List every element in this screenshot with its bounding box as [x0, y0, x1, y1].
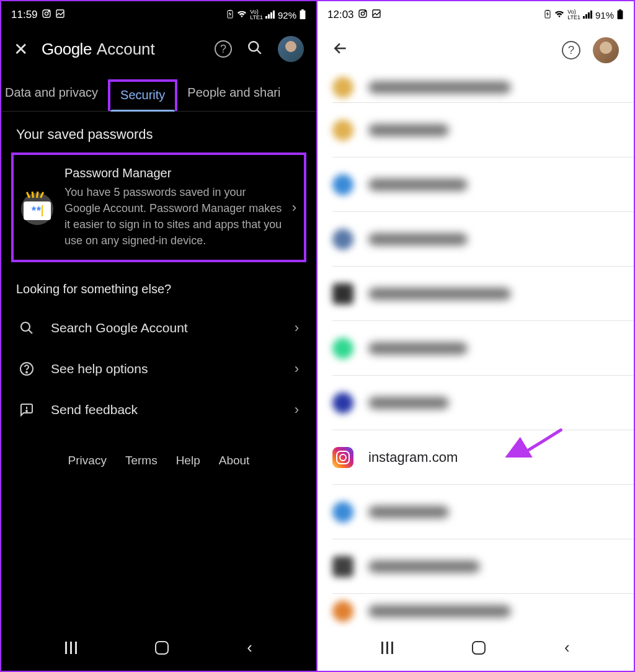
phone-left-screen: 11:59 Vo)LTE1 92% ✕	[0, 0, 318, 672]
list-item[interactable]	[332, 212, 634, 267]
status-bar: 12:03 Vo)LTE1 91%	[318, 1, 634, 29]
svg-rect-23	[373, 10, 380, 17]
site-favicon	[332, 338, 353, 359]
list-item[interactable]	[332, 72, 634, 103]
status-time: 11:59	[11, 9, 38, 21]
help-icon[interactable]: ?	[562, 41, 580, 60]
back-arrow-icon[interactable]	[332, 40, 349, 61]
site-label-blurred	[368, 288, 511, 300]
svg-point-22	[365, 11, 365, 11]
site-favicon	[332, 229, 353, 250]
site-favicon	[332, 392, 353, 413]
phone-right-screen: 12:03 Vo)LTE1 91%	[318, 0, 635, 672]
list-item[interactable]	[332, 157, 634, 212]
password-manager-card[interactable]: ** Password Manager You have 5 passwords…	[11, 153, 306, 262]
site-label-blurred	[368, 81, 511, 94]
svg-point-17	[26, 372, 27, 373]
site-favicon	[332, 601, 353, 622]
svg-point-2	[48, 11, 49, 11]
password-manager-icon: **	[20, 190, 55, 225]
svg-rect-10	[301, 9, 304, 11]
site-label-blurred	[368, 605, 511, 617]
about-link[interactable]: About	[219, 454, 250, 467]
option-label: See help options	[51, 361, 278, 376]
see-help-options-row[interactable]: See help options ›	[1, 348, 316, 389]
svg-point-21	[361, 12, 364, 15]
list-item[interactable]	[332, 267, 634, 321]
battery-percent: 91%	[595, 10, 614, 20]
terms-link[interactable]: Terms	[125, 454, 158, 467]
option-label: Send feedback	[51, 402, 278, 417]
nav-home-button[interactable]	[155, 641, 169, 655]
site-favicon	[332, 77, 353, 98]
instagram-status-icon	[42, 9, 51, 22]
page-title: Google Account	[42, 40, 155, 59]
nav-bar: ‹	[1, 628, 316, 671]
battery-saver-icon	[226, 10, 234, 20]
site-label-blurred	[368, 342, 468, 355]
tab-security[interactable]: Security	[108, 79, 177, 111]
nav-back-button[interactable]: ‹	[564, 638, 570, 657]
svg-rect-25	[546, 10, 549, 11]
lte-icon: Vo)LTE1	[567, 9, 580, 20]
section-title: Your saved passwords	[16, 126, 301, 143]
battery-percent: 92%	[278, 10, 296, 20]
svg-point-19	[26, 410, 27, 412]
looking-title: Looking for something else?	[1, 267, 316, 307]
signal-icon	[583, 10, 593, 20]
feedback-icon	[19, 402, 35, 417]
saved-passwords-section: Your saved passwords ** Password Manager…	[1, 112, 316, 267]
wifi-icon	[554, 10, 565, 20]
instagram-icon	[332, 447, 353, 468]
search-icon[interactable]	[247, 40, 263, 58]
svg-rect-28	[588, 12, 590, 19]
search-icon	[19, 321, 35, 335]
nav-home-button[interactable]	[472, 641, 486, 655]
option-label: Search Google Account	[51, 321, 278, 335]
search-google-account-row[interactable]: Search Google Account ›	[1, 307, 316, 348]
signal-icon	[265, 10, 275, 20]
svg-rect-26	[583, 16, 585, 19]
list-item[interactable]	[332, 485, 634, 539]
nav-back-button[interactable]: ‹	[247, 638, 252, 657]
status-time: 12:03	[327, 9, 354, 21]
password-list: instagram.com	[318, 72, 634, 628]
svg-rect-9	[273, 11, 275, 19]
svg-rect-27	[585, 14, 587, 19]
avatar[interactable]	[278, 36, 304, 62]
site-label-blurred	[368, 560, 480, 573]
battery-icon	[616, 9, 624, 21]
list-item[interactable]	[332, 103, 634, 157]
tab-data-privacy[interactable]: Data and privacy	[0, 79, 108, 111]
help-icon[interactable]: ?	[215, 40, 232, 58]
send-feedback-row[interactable]: Send feedback ›	[1, 389, 316, 430]
chevron-right-icon: ›	[295, 320, 299, 336]
site-label-blurred	[368, 179, 468, 191]
svg-rect-30	[619, 9, 621, 11]
list-item[interactable]	[332, 321, 634, 376]
list-item[interactable]	[332, 594, 634, 628]
avatar[interactable]	[593, 37, 619, 63]
svg-line-13	[257, 50, 261, 54]
battery-icon	[299, 9, 306, 21]
help-icon	[19, 361, 35, 376]
svg-rect-8	[270, 12, 272, 19]
svg-line-15	[29, 330, 32, 334]
nav-recent-button[interactable]	[381, 642, 393, 654]
list-item[interactable]	[332, 376, 634, 430]
help-link[interactable]: Help	[176, 454, 200, 467]
list-item-instagram[interactable]: instagram.com	[332, 430, 634, 485]
site-favicon	[332, 174, 353, 195]
nav-recent-button[interactable]	[65, 642, 77, 654]
app-header: ?	[318, 29, 634, 72]
privacy-link[interactable]: Privacy	[68, 454, 107, 467]
svg-rect-31	[618, 10, 623, 19]
wifi-icon	[236, 10, 247, 20]
list-item[interactable]	[332, 539, 634, 594]
close-icon[interactable]: ✕	[14, 39, 28, 60]
site-label-blurred	[368, 124, 449, 136]
tab-people-sharing[interactable]: People and shari	[177, 79, 290, 111]
site-label-blurred	[368, 397, 449, 409]
image-status-icon	[371, 9, 381, 22]
card-desc: You have 5 passwords saved in your Googl…	[64, 184, 282, 249]
